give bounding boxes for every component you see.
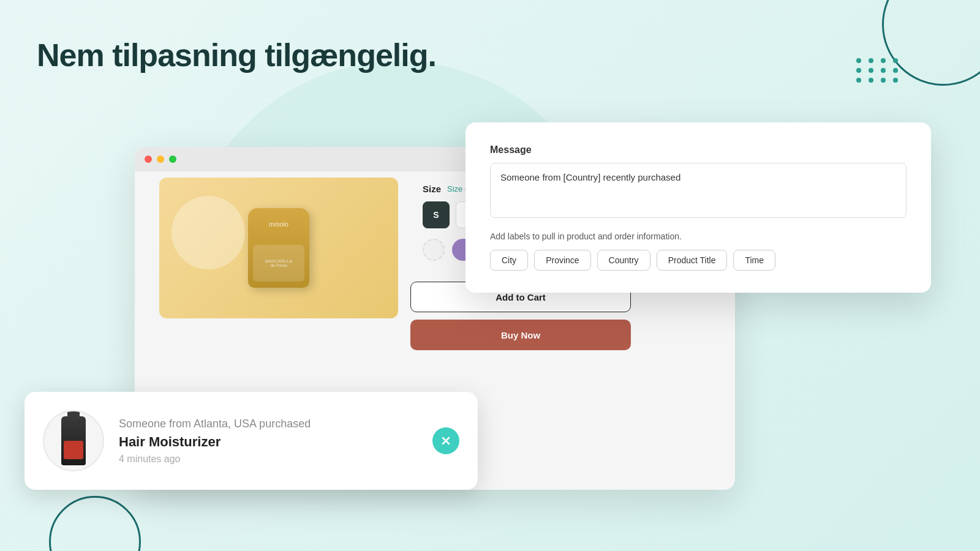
browser-dot-red xyxy=(145,156,152,163)
label-tags-container: City Province Country Product Title Time xyxy=(490,250,907,271)
browser-dot-yellow xyxy=(157,156,164,163)
label-tag-city[interactable]: City xyxy=(490,250,528,271)
buy-now-button[interactable]: Buy Now xyxy=(410,320,631,350)
dot-grid-decoration xyxy=(856,58,900,83)
notification-top-text: Someone from Atlanta, USA purchased xyxy=(119,418,420,430)
message-textarea[interactable]: Someone from [Country] recently purchase… xyxy=(490,163,907,218)
notification-content: Someone from Atlanta, USA purchased Hair… xyxy=(119,418,420,465)
color-swatch-placeholder[interactable] xyxy=(423,239,445,261)
notification-time: 4 minutes ago xyxy=(119,454,420,465)
size-label-text: Size xyxy=(423,184,441,194)
notification-avatar xyxy=(43,410,104,471)
product-bottle-icon xyxy=(61,416,86,465)
canister-label: MASCARILLAde Fresa xyxy=(253,245,304,282)
notification-product-name: Hair Moisturizer xyxy=(119,434,420,450)
browser-dot-green xyxy=(169,156,176,163)
message-panel-label: Message xyxy=(490,144,907,156)
notification-popup: Someone from Atlanta, USA purchased Hair… xyxy=(24,392,478,490)
label-tag-province[interactable]: Province xyxy=(534,250,590,271)
message-panel: Message Someone from [Country] recently … xyxy=(466,122,931,293)
size-button-s[interactable]: S xyxy=(423,201,450,228)
product-canister: MASCARILLAde Fresa xyxy=(248,208,309,288)
label-tag-time[interactable]: Time xyxy=(733,250,775,271)
label-tag-product-title[interactable]: Product Title xyxy=(657,250,728,271)
notification-close-button[interactable] xyxy=(432,427,459,454)
label-tag-country[interactable]: Country xyxy=(597,250,650,271)
product-main-image: MASCARILLAde Fresa xyxy=(159,178,398,318)
background-circle-outline-bl xyxy=(49,496,141,551)
main-heading: Nem tilpasning tilgængelig. xyxy=(37,37,436,73)
bottle-label xyxy=(64,441,83,459)
message-hint: Add labels to pull in product and order … xyxy=(490,231,907,241)
